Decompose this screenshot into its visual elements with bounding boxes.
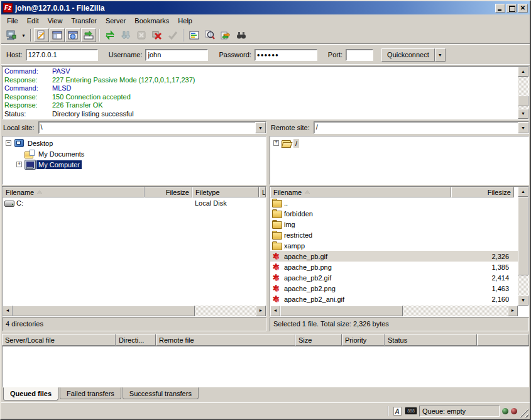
refresh-button[interactable]	[102, 28, 118, 42]
tree-item[interactable]: /	[271, 138, 528, 148]
tree-item[interactable]: My Computer	[4, 159, 266, 170]
column-header[interactable]: Filesize	[451, 187, 514, 197]
chevron-down-icon[interactable]: ▼	[518, 122, 528, 133]
toggle-transfer-queue-button[interactable]	[81, 28, 96, 42]
file-row[interactable]: img	[270, 219, 518, 229]
directory-comparison-icon	[204, 30, 216, 41]
log-scrollbar[interactable]: ▲ ▼	[518, 67, 528, 119]
log-line: Response: 227 Entering Passive Mode (127…	[4, 76, 518, 85]
remote-horizontal-scrollbar[interactable]: ◄ ►	[270, 306, 518, 316]
minimize-button[interactable]	[495, 4, 505, 13]
queue-column-header[interactable]: Server/Local file	[2, 334, 116, 346]
scroll-down-icon[interactable]: ▼	[518, 296, 528, 306]
quickconnect-dropdown-button[interactable]: ▼	[435, 48, 446, 62]
scroll-up-icon[interactable]: ▲	[518, 187, 528, 197]
queue-column-header[interactable]: Size	[295, 334, 342, 346]
remote-vertical-scrollbar[interactable]: ▲ ▼	[518, 187, 528, 306]
remote-directory-tree: /	[270, 136, 529, 185]
file-row[interactable]: apache_pb.png 1,385	[270, 262, 518, 272]
tree-item[interactable]: My Documents	[4, 148, 266, 159]
process-queue-button[interactable]	[118, 28, 133, 42]
menu-item[interactable]: File	[3, 16, 23, 26]
file-row[interactable]: restricted	[270, 229, 518, 240]
queue-column-header[interactable]: Directi...	[116, 334, 156, 346]
scroll-left-icon[interactable]: ◄	[270, 306, 280, 316]
menu-item[interactable]: Edit	[23, 16, 43, 26]
resize-grip[interactable]	[520, 409, 528, 417]
queue-tab[interactable]: Failed transfers	[60, 387, 121, 399]
site-manager-button[interactable]	[4, 28, 19, 42]
scroll-thumb[interactable]	[280, 306, 403, 316]
titlebar[interactable]: Fz john@127.0.0.1 - FileZilla	[1, 1, 530, 14]
quickconnect-button[interactable]: Quickconnect	[381, 48, 435, 62]
file-row[interactable]: apache_pb.gif 2,326	[270, 251, 518, 262]
port-input[interactable]	[346, 49, 373, 61]
filter-button[interactable]	[187, 28, 202, 42]
password-input[interactable]	[255, 49, 317, 61]
queue-column-header[interactable]: Status	[385, 334, 477, 346]
username-input[interactable]	[145, 49, 208, 61]
column-header[interactable]: Filesize	[145, 187, 192, 197]
column-header[interactable]: Filename	[3, 187, 145, 197]
find-files-button[interactable]	[234, 28, 249, 42]
scroll-thumb[interactable]	[518, 197, 528, 275]
file-row[interactable]: ..	[270, 197, 518, 208]
menu-item[interactable]: View	[43, 16, 67, 26]
queue-list[interactable]	[2, 346, 529, 387]
file-row[interactable]: apache_pb2.gif 2,414	[270, 272, 518, 283]
scroll-thumb[interactable]	[518, 96, 528, 106]
remote-site-combobox[interactable]: / ▼	[314, 121, 529, 134]
queue-column-header[interactable]: Priority	[342, 334, 385, 346]
queue-column-header[interactable]: Remote file	[156, 334, 295, 346]
reconnect-button[interactable]	[165, 28, 180, 42]
cancel-icon	[136, 30, 147, 41]
cancel-operation-button[interactable]	[134, 28, 149, 42]
column-header[interactable]: Filetype	[192, 187, 259, 197]
tree-expander-icon[interactable]	[6, 140, 11, 146]
directory-comparison-button[interactable]	[202, 28, 217, 42]
file-row[interactable]: apache_pb2.png 1,463	[270, 283, 518, 294]
tree-item-icon	[14, 139, 25, 148]
close-button[interactable]	[518, 4, 528, 13]
tree-expander-icon[interactable]	[16, 162, 22, 167]
scroll-down-icon[interactable]: ▼	[518, 109, 528, 119]
toggle-local-tree-button[interactable]	[50, 28, 65, 42]
tree-expander-icon[interactable]	[273, 140, 279, 146]
file-row[interactable]: forbidden	[270, 208, 518, 219]
column-header[interactable]: Filename	[270, 187, 451, 197]
chevron-down-icon[interactable]: ▼	[255, 122, 266, 133]
scroll-right-icon[interactable]: ►	[508, 306, 518, 316]
sort-ascending-icon	[37, 191, 42, 194]
menu-item[interactable]: Bookmarks	[130, 16, 173, 26]
window-title: john@127.0.0.1 - FileZilla	[15, 4, 495, 13]
queue-tab[interactable]: Queued files	[3, 387, 58, 401]
file-row[interactable]: apache_pb2_ani.gif 2,160	[270, 294, 518, 304]
file-row[interactable]: xampp	[270, 240, 518, 251]
toggle-remote-tree-button[interactable]	[65, 28, 80, 42]
tree-item[interactable]: Desktop	[4, 138, 266, 148]
file-icon	[272, 209, 283, 218]
synchronized-browsing-button[interactable]	[218, 28, 233, 42]
menu-item[interactable]: Transfer	[67, 16, 101, 26]
menu-item[interactable]: Server	[101, 16, 130, 26]
queue-column-header[interactable]	[477, 334, 529, 346]
data-type-ascii-icon[interactable]	[391, 406, 403, 416]
scroll-left-icon[interactable]: ◄	[3, 306, 13, 316]
queue-tab[interactable]: Successful transfers	[123, 387, 199, 399]
scroll-thumb[interactable]	[13, 306, 195, 316]
speed-limit-icon[interactable]: 888	[405, 406, 417, 416]
menu-item[interactable]: Help	[173, 16, 197, 26]
file-row[interactable]: C: Local Disk	[3, 197, 266, 208]
maximize-button[interactable]	[506, 4, 517, 13]
site-manager-dropdown-button[interactable]: ▼	[19, 28, 28, 42]
disconnect-button[interactable]	[150, 28, 165, 42]
local-site-combobox[interactable]: \ ▼	[38, 121, 266, 134]
log-line: Response: 226 Transfer OK	[4, 101, 518, 110]
column-header[interactable]: L	[259, 187, 266, 197]
toolbar: ▼	[1, 26, 530, 45]
local-horizontal-scrollbar[interactable]: ◄ ►	[3, 306, 266, 316]
scroll-up-icon[interactable]: ▲	[518, 67, 528, 77]
toggle-message-log-button[interactable]	[34, 28, 49, 42]
scroll-right-icon[interactable]: ►	[256, 306, 266, 316]
host-input[interactable]	[26, 49, 98, 61]
